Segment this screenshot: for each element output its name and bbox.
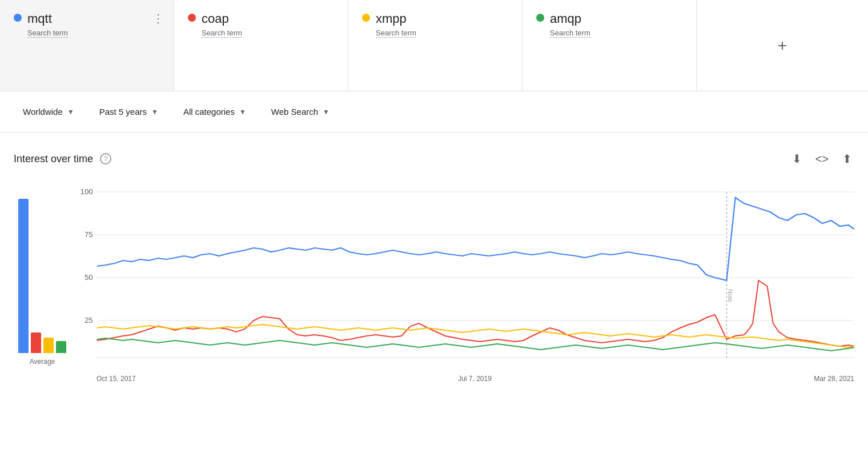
- x-label-2: Jul 7, 2019: [458, 375, 492, 383]
- coap-label: Search term: [202, 29, 242, 38]
- mqtt-label: Search term: [27, 29, 68, 38]
- xmpp-dot: [362, 14, 370, 22]
- chart-section: Interest over time ? ⬇ <> ⬆ Average: [0, 133, 868, 394]
- amqp-name: amqp: [550, 11, 590, 26]
- categories-filter[interactable]: All categories ▼: [174, 102, 255, 121]
- xmpp-content: xmpp Search term: [376, 11, 416, 38]
- avg-bar-amqp: [56, 341, 66, 353]
- timerange-filter[interactable]: Past 5 years ▼: [90, 102, 167, 121]
- mqtt-content: mqtt Search term: [27, 11, 68, 38]
- search-term-amqp: amqp Search term: [523, 0, 697, 91]
- line-chart-svg: 100 75 50 25 Note: [71, 186, 854, 369]
- average-label: Average: [30, 358, 55, 366]
- help-icon[interactable]: ?: [100, 153, 111, 165]
- mqtt-more-icon[interactable]: ⋮: [152, 11, 164, 25]
- avg-bar-mqtt: [18, 199, 29, 353]
- coap-name: coap: [202, 11, 242, 26]
- coap-dot: [188, 14, 196, 22]
- categories-chevron-icon: ▼: [239, 108, 246, 116]
- location-filter[interactable]: Worldwide ▼: [14, 102, 83, 121]
- download-button[interactable]: ⬇: [790, 150, 804, 168]
- timerange-chevron-icon: ▼: [151, 108, 158, 116]
- avg-bar-coap: [31, 332, 41, 353]
- mqtt-name: mqtt: [27, 11, 68, 26]
- mqtt-dot: [14, 14, 22, 22]
- average-bars: Average: [14, 182, 71, 383]
- amqp-label: Search term: [550, 29, 590, 38]
- x-axis-labels: Oct 15, 2017 Jul 7, 2019 Mar 28, 2021: [71, 371, 854, 383]
- search-term-coap: coap Search term: [174, 0, 348, 91]
- svg-text:50: 50: [85, 273, 93, 282]
- avg-bars-inner: [18, 182, 66, 353]
- embed-button[interactable]: <>: [813, 150, 831, 168]
- line-chart-wrapper: 100 75 50 25 Note Oct 15, 2017 Jul: [71, 186, 854, 383]
- chart-title: Interest over time: [14, 153, 93, 165]
- xmpp-name: xmpp: [376, 11, 416, 26]
- xmpp-label: Search term: [376, 29, 416, 38]
- searchtype-filter[interactable]: Web Search ▼: [262, 102, 339, 121]
- add-term-button[interactable]: +: [697, 0, 868, 91]
- svg-text:75: 75: [85, 230, 93, 239]
- svg-text:Note: Note: [727, 289, 734, 302]
- coap-content: coap Search term: [202, 11, 242, 38]
- categories-label: All categories: [183, 107, 235, 117]
- searchtype-chevron-icon: ▼: [323, 108, 329, 116]
- location-label: Worldwide: [23, 107, 63, 117]
- x-label-1: Oct 15, 2017: [97, 375, 136, 383]
- chart-actions: ⬇ <> ⬆: [790, 150, 854, 168]
- chart-container: Average 100 75 50 25 Note: [14, 182, 854, 383]
- svg-text:100: 100: [81, 187, 93, 196]
- x-label-3: Mar 28, 2021: [814, 375, 854, 383]
- search-term-mqtt: mqtt Search term ⋮: [0, 0, 174, 91]
- search-terms-bar: mqtt Search term ⋮ coap Search term xmpp…: [0, 0, 868, 91]
- chart-title-area: Interest over time ?: [14, 153, 111, 165]
- search-term-xmpp: xmpp Search term: [348, 0, 523, 91]
- amqp-content: amqp Search term: [550, 11, 590, 38]
- timerange-label: Past 5 years: [99, 107, 147, 117]
- filter-bar: Worldwide ▼ Past 5 years ▼ All categorie…: [0, 91, 868, 133]
- location-chevron-icon: ▼: [67, 108, 74, 116]
- amqp-dot: [536, 14, 544, 22]
- chart-header: Interest over time ? ⬇ <> ⬆: [14, 150, 854, 168]
- avg-bar-xmpp: [43, 338, 54, 353]
- searchtype-label: Web Search: [271, 107, 318, 117]
- share-button[interactable]: ⬆: [840, 150, 854, 168]
- svg-text:25: 25: [85, 316, 93, 324]
